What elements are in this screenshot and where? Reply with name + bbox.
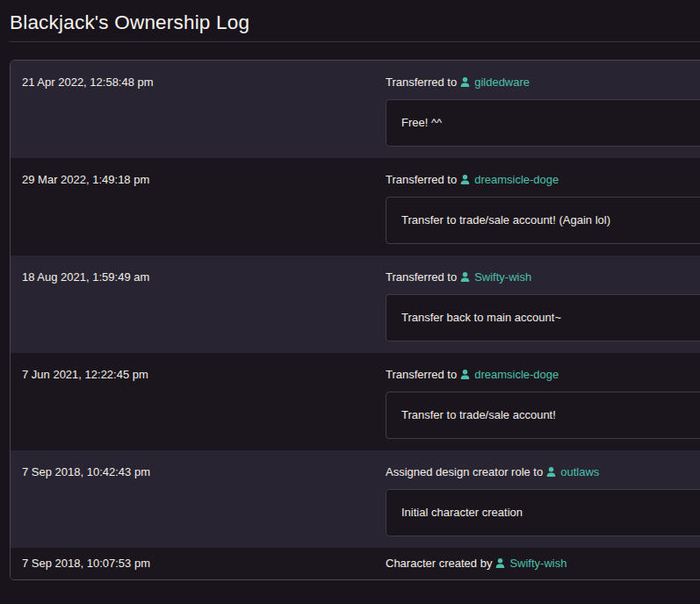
ownership-log-page: Blackjack's Ownership Log 21 Apr 2022, 1… [0,11,700,580]
log-entry-date: 18 Aug 2021, 1:59:49 am [11,255,386,353]
log-comment: Transfer to trade/sale account! [386,392,700,439]
log-entry-date: 7 Sep 2018, 10:07:53 pm [11,548,386,579]
user-link[interactable]: dreamsicle-doge [460,173,559,186]
ownership-log-table: 21 Apr 2022, 12:58:48 pm Transferred tog… [10,60,700,580]
log-entry-row: 7 Sep 2018, 10:42:43 pm Assigned design … [11,450,700,548]
log-action-text: Transferred to [386,270,457,284]
log-action-text: Transferred to [386,368,457,381]
log-action-line: Transferred todreamsicle-doge [386,366,700,384]
log-action-line: Transferred toSwifty-wish [386,269,700,286]
user-link[interactable]: Swifty-wish [495,557,566,570]
log-entry-row: 7 Sep 2018, 10:07:53 pm Character create… [11,548,700,579]
log-action-line: Character created bySwifty-wish [386,555,700,572]
log-entry-row: 18 Aug 2021, 1:59:49 am Transferred toSw… [11,255,700,353]
title-divider [10,41,700,42]
log-entry-row: 21 Apr 2022, 12:58:48 pm Transferred tog… [11,61,700,158]
user-icon [460,175,470,184]
page-title: Blackjack's Ownership Log [10,11,700,35]
log-entry-row: 29 Mar 2022, 1:49:18 pm Transferred todr… [11,158,700,255]
log-comment: Transfer to trade/sale account! (Again l… [386,197,700,244]
log-entry-date: 7 Jun 2021, 12:22:45 pm [11,353,386,450]
user-link[interactable]: Swifty-wish [460,270,531,284]
log-comment: Initial character creation [386,489,700,536]
user-link-label: Swifty-wish [509,557,566,570]
user-link[interactable]: outlaws [546,465,599,478]
user-icon [495,558,505,568]
log-entry-date: 21 Apr 2022, 12:58:48 pm [11,61,386,158]
log-action-text: Transferred to [386,76,457,89]
log-action-text: Character created by [386,557,492,570]
log-comment: Free! ^^ [386,99,700,147]
log-entry-action: Assigned design creator role tooutlaws I… [386,450,700,548]
user-icon [546,467,556,477]
log-entry-action: Transferred togildedware Free! ^^ [386,61,700,158]
user-link-label: outlaws [560,465,599,478]
log-entry-row: 7 Jun 2021, 12:22:45 pm Transferred todr… [11,353,700,450]
user-link-label: gildedware [474,76,530,89]
user-link-label: dreamsicle-doge [474,368,559,381]
log-entry-date: 29 Mar 2022, 1:49:18 pm [11,158,386,255]
user-icon [460,370,470,379]
user-icon [460,77,470,87]
log-action-text: Transferred to [386,173,457,186]
log-entry-action: Transferred toSwifty-wish Transfer back … [386,255,700,353]
log-comment: Transfer back to main account~ [386,294,700,342]
user-link[interactable]: gildedware [460,76,530,89]
log-action-line: Assigned design creator role tooutlaws [386,464,700,481]
log-action-line: Transferred togildedware [386,74,700,91]
log-entry-action: Character created bySwifty-wish [386,548,700,579]
log-entry-action: Transferred todreamsicle-doge Transfer t… [386,158,700,255]
user-link[interactable]: dreamsicle-doge [460,368,559,381]
user-link-label: dreamsicle-doge [474,173,559,186]
log-action-text: Assigned design creator role to [386,465,543,478]
log-entry-action: Transferred todreamsicle-doge Transfer t… [386,353,700,450]
log-entry-date: 7 Sep 2018, 10:42:43 pm [11,450,386,548]
user-link-label: Swifty-wish [474,270,531,284]
user-icon [460,272,470,282]
log-action-line: Transferred todreamsicle-doge [386,171,700,189]
